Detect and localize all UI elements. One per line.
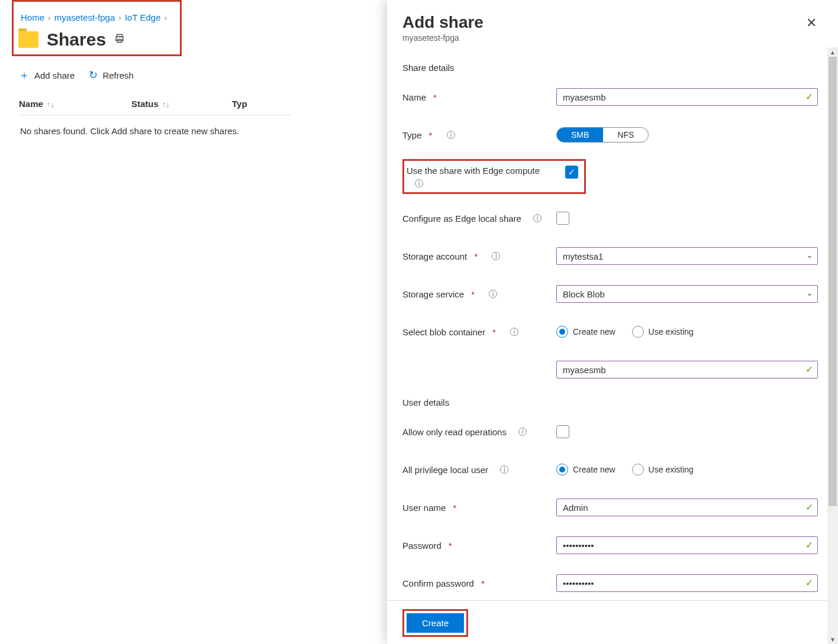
folder-icon (18, 31, 38, 48)
close-icon[interactable]: ✕ (806, 15, 817, 31)
allow-read-checkbox[interactable] (556, 425, 569, 438)
section-share-details: Share details (402, 63, 818, 73)
type-smb[interactable]: SMB (557, 128, 603, 142)
priv-user-create-new-radio[interactable]: Create new (556, 464, 615, 475)
password-input[interactable] (556, 536, 818, 554)
breadcrumb-iot-edge[interactable]: IoT Edge (125, 12, 161, 22)
column-status[interactable]: Status↑↓ (131, 99, 232, 109)
field-name: Name* ✓ (402, 83, 818, 111)
field-storage-service: Storage service* i ⌄ (402, 280, 818, 308)
info-icon[interactable]: i (518, 428, 527, 436)
check-icon: ✓ (805, 577, 813, 588)
blade-subtitle: myasetest-fpga (402, 33, 823, 43)
info-icon[interactable]: i (510, 328, 518, 336)
name-input[interactable] (556, 88, 818, 106)
check-icon: ✓ (805, 539, 813, 551)
storage-service-select[interactable] (556, 285, 818, 303)
config-local-checkbox[interactable] (556, 212, 569, 225)
field-confirm-password: Confirm password* ✓ (402, 569, 818, 597)
section-user-details: User details (402, 397, 818, 407)
type-nfs[interactable]: NFS (603, 128, 648, 142)
blade-title: Add share (402, 13, 823, 32)
field-user-name: User name* ✓ (402, 494, 818, 521)
blade-scrollbar[interactable]: ▲ ▼ (827, 47, 838, 644)
info-icon[interactable]: i (492, 252, 500, 260)
field-select-container: Select blob container* i Create new Use … (402, 318, 818, 345)
breadcrumb-home[interactable]: Home (21, 12, 44, 22)
container-use-existing-radio[interactable]: Use existing (632, 326, 694, 338)
priv-user-use-existing-radio[interactable]: Use existing (632, 464, 694, 475)
scroll-thumb[interactable] (829, 57, 837, 506)
scroll-up-icon[interactable]: ▲ (827, 47, 838, 57)
add-share-blade: Add share myasetest-fpga ✕ Share details… (387, 0, 838, 644)
edge-compute-highlight: Use the share with Edge compute i ✓ (402, 159, 586, 194)
blade-footer: Create (387, 600, 838, 644)
chevron-right-icon: › (118, 13, 121, 22)
required-marker: * (433, 92, 437, 102)
use-edge-checkbox[interactable]: ✓ (565, 166, 578, 179)
page-title-row: Shares (14, 27, 137, 54)
confirm-password-input[interactable] (556, 574, 818, 592)
refresh-button[interactable]: ↻ Refresh (89, 69, 134, 82)
type-segmented: SMB NFS (556, 127, 649, 143)
scroll-down-icon[interactable]: ▼ (827, 635, 838, 644)
column-name[interactable]: Name↑↓ (19, 99, 131, 109)
create-button[interactable]: Create (407, 613, 464, 633)
info-icon[interactable]: i (533, 214, 542, 222)
column-type[interactable]: Typ (232, 99, 291, 109)
title-highlight-box: Home › myasetest-fpga › IoT Edge › Share… (12, 0, 182, 56)
info-icon[interactable]: i (489, 290, 497, 298)
page-title: Shares (47, 30, 106, 50)
field-priv-user: All privilege local user i Create new Us… (402, 456, 818, 483)
add-share-label: Add share (34, 70, 75, 80)
field-password: Password* ✓ (402, 532, 818, 559)
refresh-label: Refresh (102, 70, 134, 80)
sort-icon: ↑↓ (162, 100, 170, 109)
container-name-input[interactable] (556, 361, 818, 378)
info-icon[interactable]: i (447, 131, 455, 139)
info-icon[interactable]: i (415, 179, 423, 187)
chevron-right-icon: › (165, 13, 167, 22)
info-icon[interactable]: i (500, 465, 508, 474)
container-create-new-radio[interactable]: Create new (556, 326, 615, 338)
table-header: Name↑↓ Status↑↓ Typ (19, 99, 291, 115)
check-icon: ✓ (805, 364, 813, 375)
field-allow-read: Allow only read operations i (402, 418, 818, 445)
breadcrumb-resource[interactable]: myasetest-fpga (54, 12, 115, 22)
storage-account-select[interactable] (556, 247, 818, 265)
blade-header: Add share myasetest-fpga ✕ (402, 13, 823, 43)
blade-form: Share details Name* ✓ Type* i SMB NFS Us… (402, 59, 823, 600)
field-config-local: Configure as Edge local share i (402, 205, 818, 232)
check-icon: ✓ (805, 91, 813, 102)
chevron-right-icon: › (48, 13, 51, 22)
user-name-input[interactable] (556, 499, 818, 516)
refresh-icon: ↻ (89, 69, 98, 82)
field-type: Type* i SMB NFS (402, 121, 818, 148)
print-icon[interactable] (114, 33, 125, 47)
check-icon: ✓ (805, 501, 813, 513)
sort-icon: ↑↓ (47, 100, 54, 109)
breadcrumb: Home › myasetest-fpga › IoT Edge › (14, 8, 174, 27)
add-share-button[interactable]: ＋ Add share (19, 68, 75, 82)
create-highlight-box: Create (402, 609, 468, 637)
plus-icon: ＋ (19, 68, 30, 82)
field-storage-account: Storage account* i ⌄ (402, 242, 818, 270)
field-container-name: ✓ (402, 356, 818, 383)
